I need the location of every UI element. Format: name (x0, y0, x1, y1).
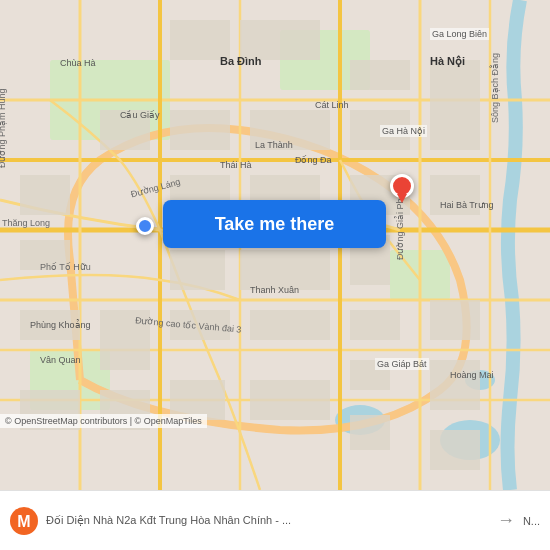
svg-rect-25 (350, 60, 410, 90)
svg-rect-44 (100, 310, 150, 370)
svg-rect-39 (250, 310, 330, 340)
svg-rect-40 (350, 310, 400, 340)
svg-rect-20 (170, 20, 230, 60)
svg-rect-27 (430, 60, 480, 150)
svg-rect-50 (430, 430, 480, 470)
svg-text:M: M (17, 513, 30, 530)
svg-rect-35 (430, 175, 480, 215)
moovit-logo: M (10, 507, 38, 535)
svg-rect-29 (20, 240, 70, 270)
svg-rect-24 (250, 110, 330, 150)
svg-rect-26 (350, 110, 410, 150)
svg-rect-41 (430, 300, 480, 340)
svg-rect-23 (170, 110, 230, 150)
bottom-origin-text: Đối Diện Nhà N2a Kđt Trung Hòa Nhân Chín… (46, 513, 489, 527)
bottom-dest-text: N... (523, 515, 540, 527)
svg-rect-49 (350, 415, 390, 450)
svg-rect-48 (250, 380, 330, 420)
map-container: Ba Đình Hà Nội Cầu Giấy Đống Đa Hai Bà T… (0, 0, 550, 490)
svg-rect-21 (240, 20, 320, 60)
bottom-bar: M Đối Diện Nhà N2a Kđt Trung Hòa Nhân Ch… (0, 490, 550, 550)
bottom-arrow-icon: → (497, 510, 515, 531)
svg-rect-28 (20, 175, 70, 215)
svg-rect-38 (170, 310, 230, 340)
svg-rect-37 (240, 250, 330, 290)
take-me-there-button[interactable]: Take me there (163, 200, 386, 248)
svg-rect-42 (350, 360, 390, 390)
map-attribution: © OpenStreetMap contributors | © OpenMap… (0, 414, 207, 428)
origin-marker (136, 217, 154, 235)
svg-rect-22 (100, 110, 150, 150)
svg-rect-30 (20, 310, 80, 340)
svg-rect-43 (430, 360, 480, 410)
svg-rect-36 (170, 250, 225, 290)
